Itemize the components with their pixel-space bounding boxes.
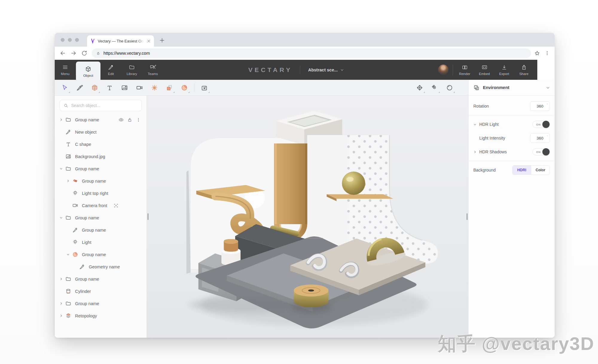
close-window-button[interactable]	[61, 38, 65, 42]
folder-icon	[65, 300, 71, 307]
address-bar[interactable]: https://www.vectary.com	[92, 48, 531, 58]
chevron-down-icon[interactable]	[546, 86, 550, 90]
tree-item[interactable]: C shape	[60, 138, 142, 150]
tree-item[interactable]: Group name	[60, 163, 142, 175]
kebab-icon[interactable]	[136, 117, 141, 123]
close-tab-icon[interactable]	[147, 39, 151, 43]
image-tool-button[interactable]	[118, 81, 131, 94]
select-tool-button[interactable]	[58, 81, 71, 94]
gizmo-tool-button[interactable]	[413, 81, 426, 94]
import-tool-button[interactable]	[198, 81, 210, 94]
app-nav-row: Menu ObjectEditLibraryTeams VECTARY Abst…	[55, 60, 555, 80]
tree-item[interactable]: Light top right	[60, 187, 142, 199]
orbit-tool-button[interactable]	[443, 81, 456, 94]
tree-item[interactable]: Camera front	[60, 199, 142, 212]
tree-item-label: Group name	[82, 252, 106, 257]
avatar[interactable]	[438, 65, 448, 75]
minimize-window-button[interactable]	[68, 38, 72, 42]
share-button[interactable]: Share	[514, 64, 534, 76]
hdr-light-toggle[interactable]: ON	[533, 121, 550, 128]
bookmark-star-icon[interactable]	[534, 50, 540, 56]
light-intensity-input[interactable]: 360 °	[530, 133, 550, 143]
chevron-right-icon[interactable]	[60, 277, 65, 281]
reload-icon[interactable]	[81, 50, 88, 56]
content-row: Search object... Group nameNew objectC s…	[55, 96, 468, 338]
primitive-tool-button[interactable]	[88, 81, 101, 94]
tree-item-label: Camera front	[82, 203, 107, 208]
import-icon	[201, 84, 208, 91]
tree-item[interactable]: Retopology	[60, 310, 142, 322]
tree-item[interactable]: Group name	[60, 248, 142, 261]
nav-tab-object[interactable]: Object	[76, 62, 100, 80]
tree-item[interactable]: Background.jpg	[60, 150, 142, 163]
light-tool-button[interactable]	[148, 81, 161, 94]
zoom-window-button[interactable]	[75, 38, 79, 42]
browser-tab[interactable]: Vectary — The Easiest Online 3D	[87, 35, 154, 47]
arrow-spacer	[73, 265, 78, 269]
chevron-down-icon[interactable]	[60, 167, 65, 171]
tree-item[interactable]: Group name	[60, 224, 142, 236]
camera-tool-button[interactable]	[133, 81, 146, 94]
tree-item[interactable]: Group name	[60, 297, 142, 310]
render-icon	[462, 64, 468, 71]
tree-item[interactable]: New object	[60, 126, 142, 138]
sidebar-resize-handle[interactable]	[148, 213, 148, 220]
rotation-input[interactable]: 360 °	[530, 101, 550, 111]
tree-item[interactable]: Geometry name	[60, 261, 142, 273]
browser-window: Vectary — The Easiest Online 3D https://…	[55, 33, 555, 338]
embed-button[interactable]: Embed	[475, 64, 494, 76]
nav-tab-label: Library	[126, 72, 137, 76]
menu-button[interactable]: Menu	[55, 60, 76, 80]
chevron-right-icon[interactable]	[60, 302, 65, 305]
tree-item[interactable]: Group name	[60, 212, 142, 224]
panel-resize-handle[interactable]	[467, 213, 467, 220]
scene-title-dropdown[interactable]: Abstract sce...	[308, 68, 344, 72]
tree-item[interactable]: Group name	[60, 175, 142, 187]
chevron-right-icon[interactable]	[60, 118, 65, 122]
hamburger-icon	[62, 64, 68, 71]
search-placeholder: Search object...	[71, 103, 100, 108]
new-tab-button[interactable]	[159, 37, 165, 44]
search-input[interactable]: Search object...	[60, 100, 142, 111]
snap-tool-button[interactable]	[428, 81, 441, 94]
background-option-hdri[interactable]: HDRI	[512, 166, 531, 175]
light-intensity-value: 360	[537, 136, 544, 140]
background-option-color[interactable]: Color	[531, 166, 550, 175]
browser-menu-icon[interactable]	[544, 51, 550, 56]
chevron-down-icon[interactable]	[473, 123, 477, 126]
nav-tab-label: Teams	[148, 72, 158, 76]
unlock-icon[interactable]	[127, 117, 132, 123]
chevron-down-icon[interactable]	[60, 216, 65, 220]
mode-tabs: ObjectEditLibraryTeams	[76, 60, 163, 80]
nav-tab-teams[interactable]: Teams	[142, 60, 163, 80]
text-tool-button[interactable]	[103, 81, 116, 94]
chevron-right-icon[interactable]	[66, 179, 71, 183]
material-icon	[181, 84, 188, 91]
material-tool-button[interactable]	[178, 81, 190, 94]
chevron-right-icon[interactable]	[60, 314, 65, 318]
render-button[interactable]: Render	[455, 64, 475, 76]
gem-icon	[416, 84, 423, 91]
eye-icon[interactable]	[118, 117, 124, 123]
forward-icon[interactable]	[70, 50, 77, 56]
focus-icon[interactable]	[113, 203, 119, 208]
shapes-icon	[72, 178, 78, 184]
viewport-3d[interactable]	[147, 96, 468, 338]
chevron-down-icon[interactable]	[66, 253, 71, 256]
boolean-tool-button[interactable]	[163, 81, 176, 94]
nav-tab-library[interactable]: Library	[121, 60, 142, 80]
tree-item[interactable]: Light	[60, 236, 142, 248]
tree-item-label: Group name	[82, 179, 106, 183]
export-button[interactable]: Export	[494, 64, 514, 76]
nav-tab-edit[interactable]: Edit	[100, 60, 121, 80]
folder-icon	[129, 64, 135, 71]
tree-item[interactable]: Group name	[60, 114, 142, 126]
tree-item[interactable]: Cylinder	[60, 285, 142, 297]
back-icon[interactable]	[60, 50, 66, 56]
chevron-right-icon[interactable]	[473, 150, 477, 154]
add-object-tool-button[interactable]	[73, 81, 86, 94]
environment-panel-header[interactable]: Environment	[469, 80, 555, 96]
tree-item[interactable]: Group name	[60, 273, 142, 285]
browser-toolbar: https://www.vectary.com	[55, 47, 555, 60]
hdr-shadows-toggle[interactable]: ON	[533, 148, 550, 155]
